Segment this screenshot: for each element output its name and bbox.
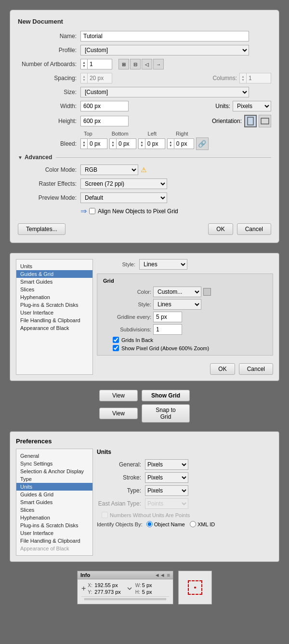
bleed-left-spinner[interactable]: ▲ ▼ 0 px	[138, 138, 165, 149]
w-coord: W: 5 px	[135, 582, 152, 588]
pref-selection[interactable]: Selection & Anchor Display	[16, 467, 92, 475]
grids-back-checkbox[interactable]	[113, 337, 119, 343]
bleed-right-label: Right	[176, 131, 188, 137]
artboards-value: 1	[88, 61, 112, 68]
name-input[interactable]	[80, 31, 249, 41]
width-row: Width: Units: Pixels	[18, 101, 271, 111]
sidebar-item-plugins[interactable]: Plug-ins & Scratch Disks	[16, 301, 92, 309]
sidebar-item-appearance[interactable]: Appearance of Black	[16, 324, 92, 332]
pref-slices[interactable]: Slices	[16, 506, 92, 514]
object-name-radio[interactable]	[146, 521, 153, 527]
sidebar-item-slices[interactable]: Slices	[16, 286, 92, 293]
artboards-down-arrow[interactable]: ▼	[81, 64, 87, 68]
svg-rect-1	[261, 118, 269, 124]
artboard-right-icon[interactable]: →	[153, 59, 164, 69]
guides-cancel-button[interactable]: Cancel	[239, 363, 273, 375]
snap-grid-button[interactable]: Snap to Grid	[142, 404, 190, 423]
artboard-grid-icon[interactable]: ⊞	[118, 59, 129, 69]
artboards-spinner[interactable]: ▲ ▼ 1	[80, 59, 112, 69]
artboards-label: Number of Artboards:	[18, 61, 80, 68]
info-expand-icon[interactable]: ◄◄	[155, 572, 165, 578]
bleed-right-down[interactable]: ▼	[168, 144, 174, 147]
sidebar-item-filehandling[interactable]: File Handling & Clipboard	[16, 316, 92, 324]
portrait-button[interactable]	[244, 115, 257, 127]
pref-guides-grid[interactable]: Guides & Grid	[16, 491, 92, 498]
w-value: 5 px	[142, 582, 152, 588]
grid-color-select[interactable]: Custom...	[153, 287, 201, 297]
raster-select[interactable]: Screen (72 ppi)	[80, 178, 167, 189]
show-grid-button[interactable]: Show Grid	[142, 390, 190, 401]
type-units-select[interactable]: Pixels	[145, 485, 188, 496]
pref-smart-guides[interactable]: Smart Guides	[16, 498, 92, 506]
bleed-right-spinner[interactable]: ▲ ▼ 0 px	[167, 138, 194, 149]
pref-hyphenation[interactable]: Hyphenation	[16, 514, 92, 521]
sidebar-item-smart-guides[interactable]: Smart Guides	[16, 278, 92, 286]
pref-appearance[interactable]: Appearance of Black	[16, 545, 92, 552]
artboard-arrange-icon[interactable]: ⊟	[130, 59, 141, 69]
identify-row: Identify Objects By: Object Name XML ID	[97, 521, 273, 527]
preview-select[interactable]: Default	[80, 192, 167, 203]
landscape-button[interactable]	[259, 115, 271, 127]
bleed-link-icon[interactable]: 🔗	[196, 137, 209, 150]
gridline-label: Gridline every:	[103, 314, 151, 320]
red-dot	[194, 587, 196, 589]
bleed-bottom-spinner[interactable]: ▲ ▼ 0 px	[109, 138, 136, 149]
color-mode-label: Color Mode:	[18, 166, 80, 173]
pref-plugins[interactable]: Plug-ins & Scratch Disks	[16, 521, 92, 529]
sidebar-item-guides-grid[interactable]: Guides & Grid	[16, 270, 92, 278]
grids-back-row: Grids In Back	[103, 337, 267, 343]
show-pixel-checkbox[interactable]	[113, 345, 119, 351]
general-units-row: General: Pixels	[97, 459, 273, 470]
guides-prefs-body: Units Guides & Grid Smart Guides Slices …	[16, 259, 273, 375]
bleed-labels: Top Bottom Left Right	[18, 131, 271, 137]
bleed-left-down[interactable]: ▼	[139, 144, 145, 147]
pref-ui[interactable]: User Interface	[16, 529, 92, 537]
profile-select[interactable]: [Custom]	[80, 45, 249, 55]
bleed-top-spinner[interactable]: ▲ ▼ 0 px	[80, 138, 107, 149]
sidebar-item-hyphenation[interactable]: Hyphenation	[16, 293, 92, 301]
pref-sync[interactable]: Sync Settings	[16, 460, 92, 467]
artboard-left-icon[interactable]: ◁	[142, 59, 152, 69]
columns-label: Columns:	[212, 75, 237, 82]
bleed-bottom-down[interactable]: ▼	[110, 144, 116, 147]
artboards-up-arrow[interactable]: ▲	[81, 61, 87, 64]
subdivisions-input[interactable]	[153, 324, 182, 335]
sidebar-item-ui[interactable]: User Interface	[16, 309, 92, 316]
ok-button[interactable]: OK	[208, 223, 233, 235]
xml-id-label: XML ID	[197, 521, 215, 527]
stroke-units-select[interactable]: Pixels	[145, 472, 188, 483]
advanced-triangle-icon[interactable]: ▼	[18, 155, 23, 160]
size-select[interactable]: [Custom]	[80, 87, 249, 97]
color-mode-select[interactable]: RGB	[80, 164, 138, 175]
xml-id-radio[interactable]	[190, 521, 196, 527]
bleed-left-label: Left	[148, 131, 157, 137]
pref-type[interactable]: Type	[16, 475, 92, 483]
bleed-right-up[interactable]: ▲	[168, 140, 174, 144]
info-panel-title: Info	[80, 572, 90, 578]
cancel-button[interactable]: Cancel	[237, 223, 271, 235]
sidebar-item-units[interactable]: Units	[16, 262, 92, 270]
guide-style-select[interactable]: Lines	[139, 259, 187, 270]
bleed-bottom-up[interactable]: ▲	[110, 140, 116, 144]
gridline-input[interactable]	[153, 312, 182, 322]
units-select[interactable]: Pixels	[233, 101, 271, 111]
view1-button[interactable]: View	[99, 390, 138, 401]
grid-color-swatch[interactable]	[203, 288, 211, 296]
pref-filehandling[interactable]: File Handling & Clipboard	[16, 537, 92, 545]
general-units-select[interactable]: Pixels	[145, 459, 188, 470]
bleed-top-down[interactable]: ▼	[81, 144, 87, 147]
info-menu-icon[interactable]: ≡	[167, 572, 170, 578]
y-label: Y:	[88, 589, 92, 595]
view2-button[interactable]: View	[99, 408, 138, 419]
bleed-left-up[interactable]: ▲	[139, 140, 145, 144]
templates-button[interactable]: Templates...	[18, 223, 66, 235]
bleed-top-up[interactable]: ▲	[81, 140, 87, 144]
info-arrow-icon	[126, 585, 133, 592]
height-input[interactable]	[80, 116, 129, 126]
grid-style-select[interactable]: Lines	[153, 299, 201, 310]
pref-units[interactable]: Units	[16, 483, 92, 491]
pref-general[interactable]: General	[16, 452, 92, 460]
guides-ok-button[interactable]: OK	[210, 363, 235, 375]
width-input[interactable]	[80, 101, 129, 111]
pixel-align-checkbox[interactable]	[89, 208, 95, 214]
